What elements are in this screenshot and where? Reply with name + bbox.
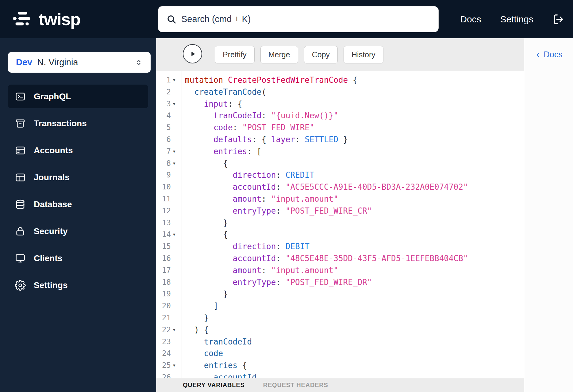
search-bar: [158, 6, 439, 32]
monitor-icon: [15, 253, 26, 264]
fold-arrow-icon[interactable]: ▾: [171, 229, 182, 241]
sidebar-item-label: Settings: [34, 280, 67, 290]
code-text: }: [182, 288, 228, 300]
topbar-link-settings[interactable]: Settings: [500, 14, 533, 25]
line-number: 7: [156, 146, 171, 158]
code-text: ) {: [182, 324, 209, 336]
code-text: mutation CreatePostFedWireTranCode {: [182, 74, 358, 86]
code-text: tranCodeId: "{uuid.New()}": [182, 110, 338, 122]
fold-spacer: [171, 241, 182, 253]
code-text: accountId: "AC5E5CCC-A91E-40D5-BD3A-232A…: [182, 181, 468, 193]
line-number: 26: [156, 371, 171, 378]
fold-spacer: [171, 371, 182, 378]
app-logo[interactable]: twisp: [13, 9, 80, 29]
code-line: 10 accountId: "AC5E5CCC-A91E-40D5-BD3A-2…: [156, 181, 524, 193]
history-button[interactable]: History: [344, 46, 383, 63]
merge-button[interactable]: Merge: [260, 46, 298, 63]
line-number: 10: [156, 181, 171, 193]
line-number: 24: [156, 348, 171, 360]
database-icon: [15, 199, 26, 210]
fold-arrow-icon[interactable]: ▾: [171, 360, 182, 371]
sidebar-item-clients[interactable]: Clients: [8, 246, 148, 270]
query-editor[interactable]: 1▾mutation CreatePostFedWireTranCode {2 …: [156, 71, 524, 378]
code-line: 23 tranCodeId: [156, 336, 524, 348]
sidebar-item-accounts[interactable]: Accounts: [8, 139, 148, 162]
code-text: {: [182, 158, 228, 169]
fold-arrow-icon[interactable]: ▾: [171, 98, 182, 110]
sidebar-item-journals[interactable]: Journals: [8, 166, 148, 189]
code-text: entryType: "POST_FED_WIRE_CR": [182, 205, 372, 217]
code-line: 5 code: "POST_FED_WIRE": [156, 122, 524, 134]
code-line: 2 createTranCode(: [156, 86, 524, 98]
line-number: 2: [156, 86, 171, 98]
fold-spacer: [171, 253, 182, 265]
line-number: 1: [156, 74, 171, 86]
sidebar-item-security[interactable]: Security: [8, 219, 148, 243]
code-line: 19 }: [156, 288, 524, 300]
prettify-button[interactable]: Prettify: [215, 46, 255, 63]
fold-arrow-icon[interactable]: ▾: [171, 146, 182, 158]
sidebar-item-graphql[interactable]: GraphQL: [8, 85, 148, 108]
fold-spacer: [171, 205, 182, 217]
line-number: 25: [156, 360, 171, 371]
code-text: entries {: [182, 360, 247, 371]
line-number: 20: [156, 300, 171, 312]
fold-spacer: [171, 181, 182, 193]
code-line: 14▾ {: [156, 229, 524, 241]
fold-spacer: [171, 134, 182, 146]
main-panel: PrettifyMergeCopyHistory 1▾mutation Crea…: [156, 38, 524, 392]
sidebar-item-database[interactable]: Database: [8, 192, 148, 216]
code-line: 13 }: [156, 217, 524, 229]
code-text: code: [182, 348, 223, 360]
code-text: {: [182, 229, 228, 241]
terminal-icon: [15, 91, 26, 102]
fold-spacer: [171, 288, 182, 300]
environment-selector[interactable]: Dev N. Virginia: [8, 52, 151, 73]
line-number: 14: [156, 229, 171, 241]
fold-spacer: [171, 265, 182, 276]
topbar-link-docs[interactable]: Docs: [460, 14, 481, 25]
code-line: 25▾ entries {: [156, 360, 524, 371]
fold-arrow-icon[interactable]: ▾: [171, 158, 182, 169]
copy-button[interactable]: Copy: [304, 46, 338, 63]
fold-arrow-icon[interactable]: ▾: [171, 74, 182, 86]
logout-button[interactable]: [552, 13, 565, 25]
env-name: Dev: [16, 57, 32, 67]
docs-toggle-label: Docs: [544, 50, 563, 59]
tab-request-headers[interactable]: REQUEST HEADERS: [263, 382, 328, 389]
line-number: 5: [156, 122, 171, 134]
code-line: 26 accountId: [156, 371, 524, 378]
sidebar-item-settings[interactable]: Settings: [8, 273, 148, 297]
code-text: input: {: [182, 98, 242, 110]
tab-query-variables[interactable]: QUERY VARIABLES: [183, 382, 245, 389]
logout-icon: [552, 13, 565, 25]
fold-spacer: [171, 110, 182, 122]
code-line: 4 tranCodeId: "{uuid.New()}": [156, 110, 524, 122]
fold-arrow-icon[interactable]: ▾: [171, 324, 182, 336]
sidebar-item-label: Journals: [34, 173, 70, 182]
docs-toggle[interactable]: Docs: [524, 50, 573, 59]
fold-spacer: [171, 193, 182, 205]
search-input[interactable]: [181, 14, 430, 24]
execute-button[interactable]: [183, 44, 202, 63]
code-text: amount: "input.amount": [182, 265, 338, 276]
env-region: N. Virginia: [37, 57, 78, 67]
search-icon: [167, 14, 176, 24]
sidebar: Dev N. Virginia GraphQLTransactionsAccou…: [0, 38, 156, 392]
code-line: 7▾ entries: [: [156, 146, 524, 158]
fold-spacer: [171, 86, 182, 98]
accounts-icon: [15, 145, 26, 156]
code-line: 1▾mutation CreatePostFedWireTranCode {: [156, 74, 524, 86]
line-number: 4: [156, 110, 171, 122]
sidebar-item-transactions[interactable]: Transactions: [8, 112, 148, 135]
topbar-nav: Docs Settings: [460, 0, 565, 38]
code-line: 21 }: [156, 312, 524, 324]
play-icon: [188, 49, 197, 59]
topbar: twisp Docs Settings: [0, 0, 573, 38]
code-line: 17 amount: "input.amount": [156, 265, 524, 276]
line-number: 11: [156, 193, 171, 205]
code-line: 15 direction: DEBIT: [156, 241, 524, 253]
docs-panel: Docs: [524, 38, 573, 392]
code-line: 22▾ ) {: [156, 324, 524, 336]
app-window: twisp Docs Settings: [0, 0, 573, 392]
